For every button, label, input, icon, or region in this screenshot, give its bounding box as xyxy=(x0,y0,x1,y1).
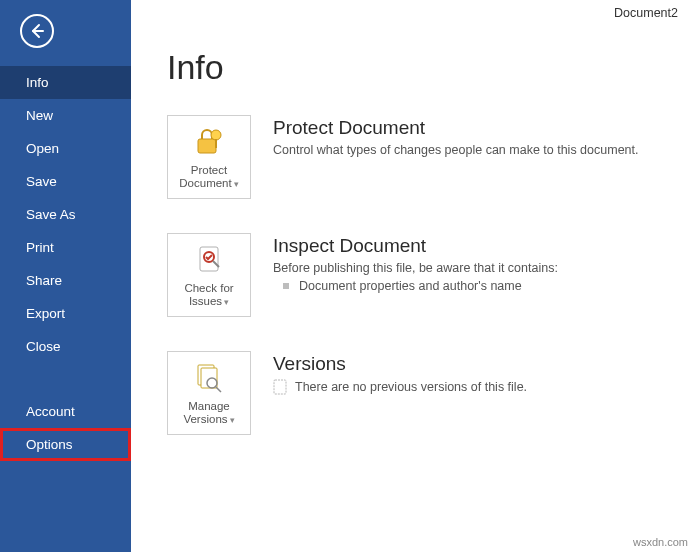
sidebar-item-options[interactable]: Options xyxy=(0,428,131,461)
versions-icon xyxy=(192,361,226,395)
section-inspect: Check for Issues▾ Inspect Document Befor… xyxy=(167,233,666,317)
tile-label: Check for xyxy=(184,282,233,294)
lock-key-icon xyxy=(192,125,226,159)
backstage-sidebar: Info New Open Save Save As Print Share E… xyxy=(0,0,131,552)
main-panel: Document2 Info Protect Document▾ xyxy=(131,0,696,552)
sidebar-item-new[interactable]: New xyxy=(0,99,131,132)
section-protect: Protect Document▾ Protect Document Contr… xyxy=(167,115,666,199)
sidebar-item-account[interactable]: Account xyxy=(0,395,131,428)
chevron-down-icon: ▾ xyxy=(234,179,239,189)
bullet-text: Document properties and author's name xyxy=(299,279,522,293)
sidebar-item-close[interactable]: Close xyxy=(0,330,131,363)
tile-label: Issues xyxy=(189,295,222,307)
protect-heading: Protect Document xyxy=(273,117,639,139)
document-small-icon xyxy=(273,379,287,395)
sidebar-item-share[interactable]: Share xyxy=(0,264,131,297)
sidebar-item-export[interactable]: Export xyxy=(0,297,131,330)
chevron-down-icon: ▾ xyxy=(224,297,229,307)
back-button[interactable] xyxy=(20,14,54,48)
back-arrow-icon xyxy=(29,23,45,39)
sidebar-item-save[interactable]: Save xyxy=(0,165,131,198)
chevron-down-icon: ▾ xyxy=(230,415,235,425)
inspect-document-icon xyxy=(192,243,226,277)
sidebar-item-info[interactable]: Info xyxy=(0,66,131,99)
inspect-bullet: Document properties and author's name xyxy=(283,279,558,293)
versions-heading: Versions xyxy=(273,353,527,375)
versions-desc: There are no previous versions of this f… xyxy=(295,380,527,394)
tile-label: Protect xyxy=(191,164,227,176)
check-for-issues-button[interactable]: Check for Issues▾ xyxy=(167,233,251,317)
tile-label: Document xyxy=(179,177,231,189)
svg-rect-8 xyxy=(274,380,286,394)
inspect-desc: Before publishing this file, be aware th… xyxy=(273,261,558,275)
svg-rect-0 xyxy=(198,139,216,153)
svg-point-1 xyxy=(211,130,221,140)
section-versions: Manage Versions▾ Versions There are no p… xyxy=(167,351,666,435)
sidebar-item-open[interactable]: Open xyxy=(0,132,131,165)
svg-rect-2 xyxy=(215,139,217,148)
manage-versions-button[interactable]: Manage Versions▾ xyxy=(167,351,251,435)
sidebar-item-print[interactable]: Print xyxy=(0,231,131,264)
bullet-icon xyxy=(283,283,289,289)
watermark: wsxdn.com xyxy=(633,536,688,548)
inspect-heading: Inspect Document xyxy=(273,235,558,257)
tile-label: Manage xyxy=(188,400,230,412)
protect-document-button[interactable]: Protect Document▾ xyxy=(167,115,251,199)
sidebar-item-save-as[interactable]: Save As xyxy=(0,198,131,231)
document-title: Document2 xyxy=(614,6,678,20)
page-title: Info xyxy=(167,48,666,87)
tile-label: Versions xyxy=(183,413,227,425)
protect-desc: Control what types of changes people can… xyxy=(273,143,639,157)
